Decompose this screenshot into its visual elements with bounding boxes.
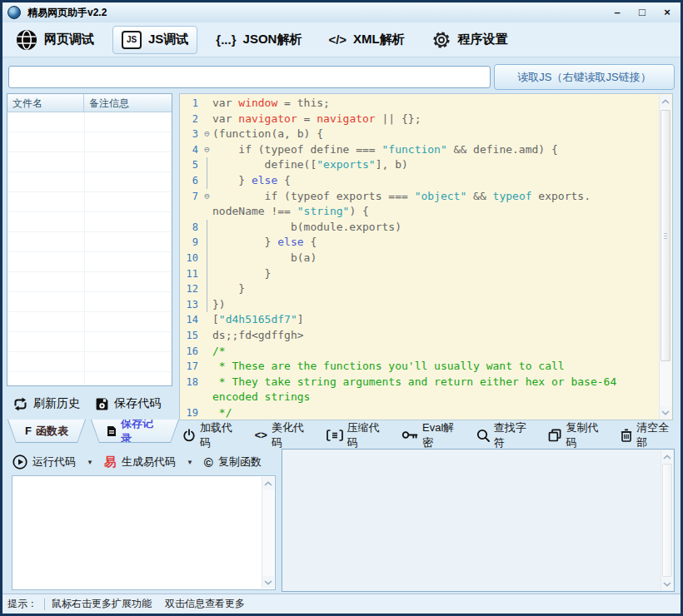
code-line: 6 } else { [180,173,659,189]
line-number: 16 [180,344,202,360]
fold-gutter [202,112,212,127]
compress-code-button[interactable]: 压缩代码 [327,420,386,450]
fold-guide-line [202,266,212,282]
line-number: 18 [180,375,202,390]
find-chars-button[interactable]: 查找字符 [476,420,533,450]
main-toolbar: 网页调试 JS JS调试 {...} JSON解析 </> XML解析 程序设置 [2,22,681,57]
js-url-input[interactable] [8,66,491,88]
save-code-button[interactable]: 保存代码 [95,396,161,411]
compress-icon [327,430,343,441]
tab-label: XML解析 [353,32,405,47]
copy-code-button[interactable]: 复制代码 [548,420,605,450]
code-text: } else { [212,235,317,251]
line-number [180,390,202,405]
globe-icon [16,29,37,51]
window-controls: – □ × [609,6,676,19]
load-code-button[interactable]: 加载代码 [182,420,239,450]
read-js-button[interactable]: 读取JS（右键读取JS链接） [494,64,675,90]
code-text: } [212,266,271,282]
tab-web-debug[interactable]: 网页调试 [7,25,102,55]
tab-save-records[interactable]: 保存记录 [91,420,179,443]
fold-gutter [202,328,212,344]
refresh-history-label: 刷新历史 [33,396,80,411]
minimize-button[interactable]: – [609,6,626,19]
code-text: ["d4h5165df7"] [212,312,304,328]
clear-all-button[interactable]: 清空全部 [621,420,676,450]
close-button[interactable]: × [659,6,676,19]
app-logo-icon [7,6,21,19]
code-text: encoded strings [212,390,310,405]
scroll-down-button[interactable] [661,578,673,590]
maximize-button[interactable]: □ [634,6,651,19]
fold-toggle-icon[interactable]: ⊖ [202,127,212,142]
code-text: * These are the functions you'll usually… [212,359,565,375]
code-text: nodeName !== "string") { [212,204,369,220]
fold-gutter [202,344,212,360]
scroll-up-button[interactable] [262,477,274,489]
line-number: 3 [180,127,202,142]
result-scrollbar[interactable] [661,450,673,590]
tab-function-table[interactable]: F 函数表 [7,420,86,443]
column-header-filename[interactable]: 文件名 [7,94,84,112]
function-output-box[interactable] [12,475,276,590]
beautify-code-button[interactable]: <> 美化代码 [255,420,311,450]
tab-json-parse[interactable]: {...} JSON解析 [207,27,310,52]
status-divider [44,599,45,610]
status-tip-2: 双击信息查看更多 [165,597,245,611]
line-number: 12 [180,281,202,297]
copy-function-button[interactable]: © 复制函数 [204,455,262,469]
tab-xml-parse[interactable]: </> XML解析 [320,27,412,52]
output-scrollbar[interactable] [262,477,274,589]
fold-gutter [202,359,212,375]
fold-guide-line [202,251,212,266]
code-text: */ [212,405,232,420]
run-code-label: 运行代码 [32,455,76,469]
editor-scroll-thumb[interactable] [661,110,671,361]
eval-decrypt-button[interactable]: Eval解密 [401,420,461,450]
result-scroll-thumb[interactable] [662,464,672,577]
search-icon [476,429,490,442]
file-table-header: 文件名 备注信息 [7,94,172,112]
floppy-save-icon [95,397,109,411]
refresh-history-button[interactable]: 刷新历史 [12,396,80,411]
fold-gutter [202,405,212,420]
code-text: /* [212,344,226,360]
trash-icon [621,429,632,442]
code-line: 18 * They take string arguments and retu… [180,375,659,390]
scroll-down-button[interactable] [660,406,671,419]
scroll-down-button[interactable] [262,576,274,589]
copy-icon [548,429,561,442]
code-line: 4⊖ if (typeof define === "function" && d… [180,142,659,158]
line-number: 4 [180,142,202,158]
code-line: 13}) [180,297,659,313]
editor-scrollbar[interactable] [659,95,671,419]
js-badge-icon: JS [122,31,142,49]
power-icon [182,429,196,442]
fold-toggle-icon[interactable]: ⊖ [202,189,212,205]
generate-dropdown-icon[interactable]: ▼ [187,459,193,466]
line-number: 8 [180,220,202,236]
line-number: 17 [180,359,202,375]
run-code-button[interactable]: 运行代码 [12,455,76,469]
generate-e-code-button[interactable]: 易 生成易代码 [104,455,176,470]
key-icon [401,430,418,440]
result-panel[interactable] [282,449,675,592]
code-text: * They take string arguments and return … [212,375,616,390]
tab-settings[interactable]: 程序设置 [423,26,516,54]
scroll-up-button[interactable] [661,450,673,463]
scroll-up-button[interactable] [660,95,671,107]
tool-label: 查找字符 [494,420,533,450]
tab-label: 保存记录 [121,416,163,446]
code-text: define(["exports"], b) [212,157,408,173]
play-icon [12,455,27,469]
column-header-remark[interactable]: 备注信息 [84,94,172,112]
file-table-body[interactable] [7,112,172,385]
code-editor[interactable]: 1var window = this;2var navigator = navi… [179,93,673,420]
code-line: 17 * These are the functions you'll usua… [180,359,659,375]
run-dropdown-icon[interactable]: ▼ [87,459,93,466]
fold-toggle-icon[interactable]: ⊖ [202,142,212,158]
code-text: var navigator = navigator || {}; [212,112,421,127]
tab-js-debug[interactable]: JS JS调试 [112,26,197,54]
save-code-label: 保存代码 [114,396,161,411]
line-number [180,204,202,220]
